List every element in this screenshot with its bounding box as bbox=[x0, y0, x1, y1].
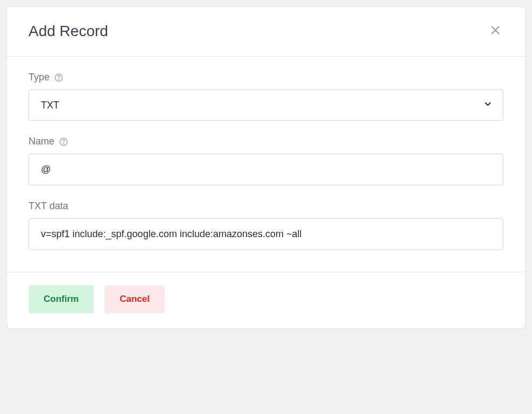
name-label-row: Name bbox=[29, 136, 503, 147]
close-icon bbox=[489, 24, 501, 38]
modal-body: Type TXT bbox=[7, 57, 525, 272]
help-icon[interactable] bbox=[59, 137, 68, 147]
confirm-button[interactable]: Confirm bbox=[29, 285, 94, 313]
txtdata-field-group: TXT data bbox=[29, 201, 503, 250]
name-label: Name bbox=[29, 136, 54, 147]
type-select[interactable]: TXT bbox=[29, 89, 503, 121]
txtdata-input[interactable] bbox=[29, 218, 503, 250]
svg-point-5 bbox=[64, 143, 64, 144]
txtdata-label-row: TXT data bbox=[29, 201, 503, 212]
type-label: Type bbox=[29, 72, 50, 83]
type-label-row: Type bbox=[29, 72, 503, 83]
close-button[interactable] bbox=[487, 22, 503, 40]
name-input[interactable] bbox=[29, 154, 503, 185]
svg-point-3 bbox=[59, 79, 59, 80]
name-field-group: Name bbox=[29, 136, 503, 185]
type-field-group: Type TXT bbox=[29, 72, 503, 121]
cancel-button[interactable]: Cancel bbox=[104, 285, 165, 313]
help-icon[interactable] bbox=[54, 73, 64, 82]
modal-footer: Confirm Cancel bbox=[7, 272, 525, 328]
type-select-wrapper: TXT bbox=[29, 89, 503, 121]
modal-title: Add Record bbox=[29, 23, 108, 40]
add-record-modal: Add Record Type bbox=[6, 6, 526, 329]
txtdata-label: TXT data bbox=[29, 201, 68, 212]
modal-header: Add Record bbox=[7, 7, 525, 57]
